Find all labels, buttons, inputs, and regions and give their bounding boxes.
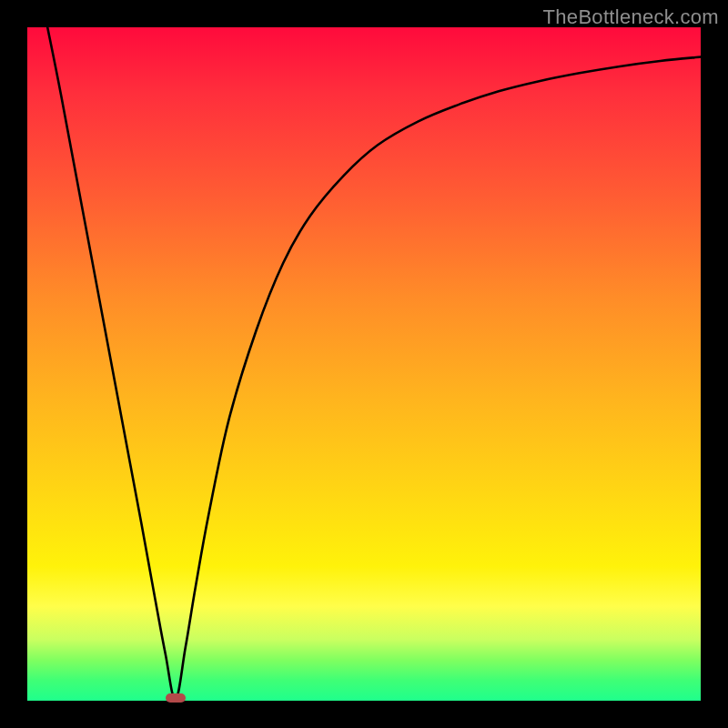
bottleneck-curve (27, 27, 701, 701)
watermark-text: TheBottleneck.com (543, 5, 719, 29)
minimum-marker (166, 693, 186, 703)
